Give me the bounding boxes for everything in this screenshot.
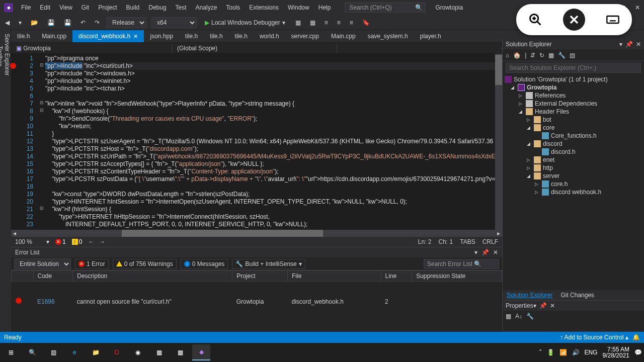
properties-pin-icon[interactable]: 📌: [539, 302, 547, 309]
menu-extensions[interactable]: Extensions: [245, 2, 283, 13]
properties-close-icon[interactable]: ✕: [550, 302, 555, 309]
explorer-icon[interactable]: 📁: [87, 344, 105, 360]
menu-help[interactable]: Help: [314, 2, 335, 13]
tab-save_system-h[interactable]: save_system.h: [362, 30, 414, 42]
zoom-in-icon[interactable]: [524, 9, 546, 31]
warning-count[interactable]: !0: [72, 238, 83, 245]
errorlist-col[interactable]: Suppression State: [412, 271, 502, 282]
solution-search[interactable]: [506, 63, 641, 73]
global-scope[interactable]: (Global Scope): [172, 44, 337, 53]
errorlist-dropdown-icon[interactable]: ▾: [474, 249, 477, 256]
panel-dropdown-icon[interactable]: ▾: [619, 41, 622, 48]
properties-dropdown-icon[interactable]: ▾: [533, 302, 536, 309]
save-all-icon[interactable]: 💾: [62, 18, 73, 27]
errorlist-col[interactable]: Line: [381, 271, 412, 282]
home-icon[interactable]: ⌂: [506, 52, 509, 59]
errorlist-col[interactable]: File: [288, 271, 381, 282]
new-item-icon[interactable]: ▾: [17, 18, 24, 27]
tab-Main-cpp[interactable]: Main.cpp: [325, 30, 362, 42]
solution-tree[interactable]: Solution 'Growtopia' (1 of 1 project) ◢G…: [503, 74, 644, 290]
keyboard-icon[interactable]: [602, 9, 624, 31]
tray-clock[interactable]: 7:55 AM9/28/2021: [603, 346, 629, 358]
toolbar-icon[interactable]: 🔖: [360, 18, 372, 27]
toolbar-icon[interactable]: ▦: [308, 18, 317, 27]
properties-az-icon[interactable]: A↓: [515, 313, 522, 329]
tab-tile-h[interactable]: tile.h: [179, 30, 204, 42]
vertical-scrollbar[interactable]: [495, 54, 502, 230]
close-button[interactable]: ✕: [635, 4, 640, 11]
menu-analyze[interactable]: Analyze: [192, 2, 221, 13]
tab-Main-cpp[interactable]: Main.cpp: [36, 30, 72, 42]
refresh-icon[interactable]: ↻: [539, 52, 544, 59]
menu-build[interactable]: Build: [122, 2, 144, 13]
zoom-level[interactable]: 100 %: [15, 238, 40, 245]
nav-fwd-icon[interactable]: →: [99, 238, 105, 245]
warnings-filter-pill[interactable]: 0 of 756 Warnings: [113, 259, 177, 269]
taskview-icon[interactable]: ▥: [44, 344, 62, 360]
git-changes-tab[interactable]: Git Changes: [556, 290, 598, 300]
notifications-icon[interactable]: 🔔: [632, 334, 640, 341]
add-source-control[interactable]: ↑ Add to Source Control ▴: [560, 334, 628, 341]
tree-folder[interactable]: ▷enet: [503, 156, 644, 164]
tree-external[interactable]: ▷External Dependencies: [503, 100, 644, 108]
nav-back-icon[interactable]: ←: [88, 238, 94, 245]
errorlist-row[interactable]: E1696cannot open source file "curl/curl.…: [12, 282, 502, 322]
tray-notifications-icon[interactable]: 💬: [634, 349, 642, 356]
toolbar-icon[interactable]: ▦: [293, 18, 303, 27]
errorlist-scope-select[interactable]: Entire Solution: [14, 258, 71, 269]
horizontal-scrollbar[interactable]: ◂▸: [11, 230, 502, 237]
toolbar-icon[interactable]: ≡: [348, 18, 355, 27]
code-editor[interactable]: "pp">#pragma once"pp">#include "inc"><cu…: [45, 54, 502, 230]
menu-edit[interactable]: Edit: [36, 2, 54, 13]
tab-tile-h[interactable]: tile.h: [11, 30, 36, 42]
close-overlay-icon[interactable]: [563, 9, 585, 31]
project-scope[interactable]: ▣ Growtopia: [11, 44, 172, 53]
tab-player-h[interactable]: player.h: [414, 30, 447, 42]
tree-project[interactable]: ◢Growtopia: [503, 83, 644, 92]
errorlist-col[interactable]: Description: [73, 271, 232, 282]
tree-folder[interactable]: ◢server: [503, 172, 644, 180]
tab-close-icon[interactable]: ✕: [133, 33, 138, 40]
chrome-icon[interactable]: ◉: [129, 344, 147, 360]
fold-gutter[interactable]: ⊟⊟⊟⊟: [38, 54, 45, 230]
tray-chevron-icon[interactable]: ˄: [539, 349, 542, 356]
tree-headers[interactable]: ◢Header Files: [503, 108, 644, 116]
menu-tools[interactable]: Tools: [222, 2, 244, 13]
errorlist-col[interactable]: [12, 271, 34, 282]
tab-server-cpp[interactable]: server.cpp: [285, 30, 325, 42]
messages-filter-pill[interactable]: i0 Messages: [181, 259, 228, 269]
toolbox-tab[interactable]: Toolbox: [0, 46, 4, 236]
tab-world-h[interactable]: world.h: [254, 30, 285, 42]
tree-references[interactable]: ▷References: [503, 92, 644, 100]
menu-project[interactable]: Project: [94, 2, 121, 13]
start-button[interactable]: ⊞: [2, 344, 20, 360]
tab-tile-h[interactable]: tile.h: [229, 30, 254, 42]
undo-icon[interactable]: ↶: [78, 18, 88, 27]
toolbar-icon[interactable]: ≡: [323, 18, 330, 27]
tree-file[interactable]: discord.h: [503, 148, 644, 156]
app-icon[interactable]: ▦: [150, 344, 168, 360]
menu-test[interactable]: Test: [172, 2, 191, 13]
opera-icon[interactable]: O: [108, 344, 126, 360]
sync-icon[interactable]: 🏠: [513, 52, 521, 59]
tree-file[interactable]: Core_functions.h: [503, 132, 644, 140]
tree-folder[interactable]: ▷bot: [503, 116, 644, 124]
solution-explorer-tab[interactable]: Solution Explorer: [503, 290, 556, 300]
preview-icon[interactable]: ▤: [570, 52, 575, 59]
search-icon[interactable]: 🔍: [415, 4, 423, 11]
tree-file[interactable]: ▷core.h: [503, 180, 644, 188]
config-select[interactable]: Release: [107, 17, 146, 28]
tray-volume-icon[interactable]: 🔊: [572, 349, 580, 356]
member-scope[interactable]: [337, 47, 502, 49]
app-icon[interactable]: ▦: [171, 344, 189, 360]
menu-file[interactable]: File: [17, 2, 35, 13]
search-taskbar-icon[interactable]: 🔍: [23, 344, 41, 360]
tray-battery-icon[interactable]: 🔋: [547, 349, 554, 356]
errorlist-pin-icon[interactable]: 📌: [481, 249, 489, 256]
tree-file[interactable]: ▷discord webhook.h: [503, 188, 644, 196]
redo-icon[interactable]: ↷: [93, 18, 102, 27]
menu-debug[interactable]: Debug: [144, 2, 170, 13]
tree-folder[interactable]: ◢discord: [503, 140, 644, 148]
tab-tile-h[interactable]: tile.h: [204, 30, 228, 42]
errorlist-build-filter[interactable]: 🔧Build + IntelliSense▾: [232, 259, 305, 269]
